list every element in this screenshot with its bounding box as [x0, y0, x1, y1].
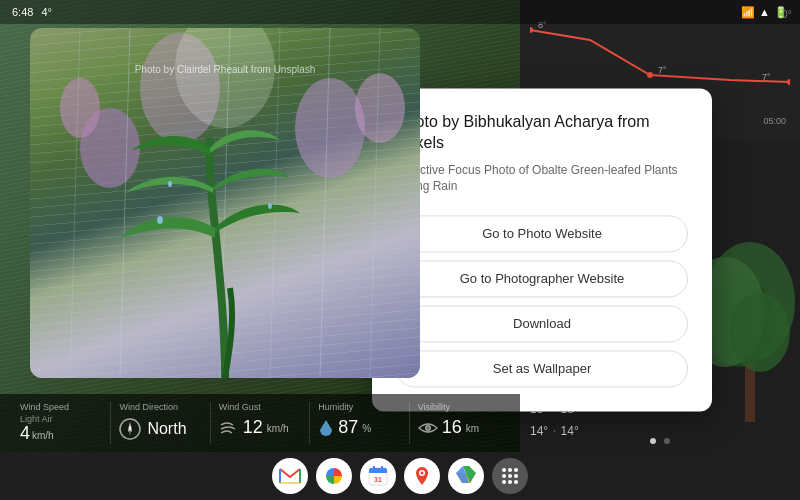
- svg-point-0: [530, 27, 533, 33]
- temp-display: 4°: [41, 6, 52, 18]
- status-bar: 6:48 4° 📶 ▲ 🔋: [0, 0, 800, 24]
- svg-line-16: [120, 28, 130, 378]
- signal-icon: ▲: [759, 6, 770, 18]
- status-right: 📶 ▲ 🔋: [741, 6, 788, 19]
- visibility-label: Visibility: [418, 402, 450, 412]
- photo-info-modal: Photo by Bibhukalyan Acharya from Pexels…: [372, 88, 712, 411]
- google-drive-icon[interactable]: [448, 458, 484, 494]
- wind-speed-value: 4: [20, 424, 30, 444]
- svg-point-46: [508, 480, 512, 484]
- download-button[interactable]: Download: [396, 306, 688, 343]
- svg-point-47: [514, 480, 518, 484]
- wind-gust-stat: Wind Gust 12 km/h: [211, 402, 310, 444]
- svg-rect-33: [369, 471, 387, 473]
- svg-point-39: [502, 468, 506, 472]
- wind-gust-value: 12: [243, 418, 263, 438]
- time-display: 6:48: [12, 6, 33, 18]
- svg-point-41: [514, 468, 518, 472]
- weather-stats-bar: Wind Speed Light Air 4 km/h Wind Directi…: [0, 394, 520, 452]
- svg-point-30: [426, 427, 429, 430]
- modal-description: Selective Focus Photo of Obalte Green-le…: [396, 162, 688, 196]
- main-wallpaper-photo: Photo by Clairdel Rheault from Unsplash: [30, 28, 420, 378]
- svg-point-42: [502, 474, 506, 478]
- wind-direction-stat: Wind Direction North: [111, 402, 210, 444]
- eye-icon: [418, 420, 438, 436]
- humidity-unit: %: [362, 423, 371, 434]
- svg-point-40: [508, 468, 512, 472]
- svg-point-23: [268, 203, 272, 209]
- go-to-photographer-button[interactable]: Go to Photographer Website: [396, 261, 688, 298]
- status-left: 6:48 4°: [12, 6, 52, 18]
- google-maps-icon[interactable]: [404, 458, 440, 494]
- svg-point-1: [647, 72, 653, 78]
- svg-point-2: [787, 79, 790, 85]
- bottom-dot-2: [664, 438, 670, 444]
- temp-row-2: 14° · 14°: [530, 422, 579, 440]
- wind-speed-label: Wind Speed: [20, 402, 69, 412]
- svg-point-12: [295, 78, 365, 178]
- photo-credit-overlay: Photo by Clairdel Rheault from Unsplash: [135, 64, 316, 75]
- svg-point-10: [730, 292, 790, 372]
- wind-speed-unit: km/h: [32, 430, 54, 441]
- set-wallpaper-button[interactable]: Set as Wallpaper: [396, 351, 688, 388]
- wind-speed-stat: Wind Speed Light Air 4 km/h: [12, 402, 111, 444]
- compass-icon: [119, 418, 141, 440]
- svg-text:7°: 7°: [762, 72, 771, 82]
- battery-icon: 🔋: [774, 6, 788, 19]
- wifi-icon: 📶: [741, 6, 755, 19]
- gust-icon: [219, 419, 239, 437]
- plant-svg: [30, 28, 420, 378]
- wind-gust-label: Wind Gust: [219, 402, 261, 412]
- visibility-stat: Visibility 16 km: [410, 402, 508, 444]
- modal-title: Photo by Bibhukalyan Acharya from Pexels: [396, 112, 688, 154]
- svg-text:7°: 7°: [658, 65, 667, 75]
- droplet-icon: [318, 418, 334, 438]
- svg-point-24: [168, 181, 172, 187]
- svg-point-14: [60, 78, 100, 138]
- bottom-dots: [650, 438, 670, 444]
- humidity-stat: Humidity 87 %: [310, 402, 409, 444]
- humidity-value: 87: [338, 418, 358, 438]
- wind-gust-unit: km/h: [267, 423, 289, 434]
- wind-direction-value: North: [147, 420, 186, 438]
- svg-text:31: 31: [374, 476, 382, 483]
- wind-direction-label: Wind Direction: [119, 402, 178, 412]
- bottom-dot-1: [650, 438, 656, 444]
- google-photos-icon[interactable]: [316, 458, 352, 494]
- svg-point-45: [502, 480, 506, 484]
- taskbar: 31: [0, 452, 800, 500]
- svg-point-13: [355, 73, 405, 143]
- visibility-value: 16: [442, 418, 462, 438]
- google-calendar-icon[interactable]: 31: [360, 458, 396, 494]
- svg-point-43: [508, 474, 512, 478]
- temp-high-2: 14°: [530, 424, 548, 438]
- app-launcher-icon[interactable]: [492, 458, 528, 494]
- svg-point-44: [514, 474, 518, 478]
- humidity-label: Humidity: [318, 402, 353, 412]
- visibility-unit: km: [466, 423, 479, 434]
- gmail-icon[interactable]: [272, 458, 308, 494]
- go-to-photo-button[interactable]: Go to Photo Website: [396, 216, 688, 253]
- time-label-3: 05:00: [763, 116, 786, 126]
- svg-point-38: [421, 472, 424, 475]
- temp-low-2: 14°: [561, 424, 579, 438]
- svg-point-22: [157, 216, 163, 224]
